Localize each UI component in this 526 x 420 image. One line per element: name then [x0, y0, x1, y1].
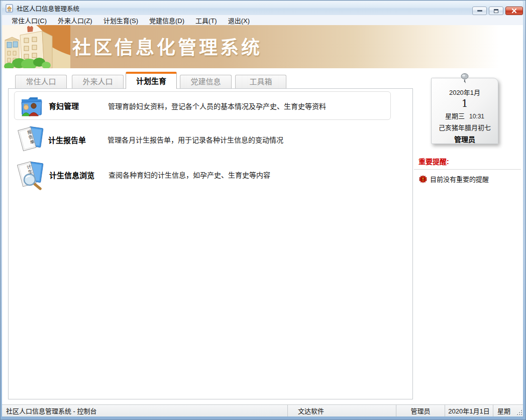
menu-item-family-planning[interactable]: 计划生育(S) — [98, 16, 144, 25]
calendar-day: 1 — [432, 97, 498, 109]
status-bar: 社区人口信息管理系统 - 控制台 文达软件 管理员 2020年1月1日 星期 — [2, 404, 523, 416]
banner-title: 社区信息化管理系统 — [72, 33, 262, 60]
minimize-icon — [477, 10, 482, 12]
tab-party[interactable]: 党建信息 — [180, 75, 232, 88]
feature-title: 计生信息浏览 — [49, 170, 109, 180]
feature-row-info-browse[interactable]: 计生 计生信息浏览 查阅各种育妇的计生信息，如孕产史、生育史等内容 — [9, 158, 391, 191]
feature-row-report-sheets[interactable]: 报告单 计生报告单 管理各月计生报告单，用于记录各种计生信息的变动情况 — [10, 124, 392, 155]
status-segment-date: 2020年1月1日 — [445, 405, 493, 416]
feature-title: 计生报告单 — [48, 134, 108, 145]
status-segment-console: 社区人口信息管理系统 - 控制台 — [2, 405, 287, 416]
calendar-lunar-date: 己亥猪年腊月初七 — [432, 122, 498, 132]
close-icon — [511, 8, 517, 14]
status-segment-vendor: 文达软件 — [287, 405, 396, 416]
tab-resident[interactable]: 常住人口 — [15, 75, 67, 88]
window-title: 社区人口信息管理系统 — [17, 4, 79, 13]
reminder-heading: 重要提醒: — [418, 156, 449, 166]
tab-family-planning[interactable]: 计划生育 — [126, 72, 177, 89]
client-area: 常住人口(C) 外来人口(Z) 计划生育(S) 党建信息(D) 工具(T) 退出… — [2, 15, 523, 404]
menu-bar: 常住人口(C) 外来人口(Z) 计划生育(S) 党建信息(D) 工具(T) 退出… — [2, 15, 523, 25]
app-window: 社区人口信息管理系统 常住人口(C) 外来人口(Z) 计划生育(S) 党建信息(… — [0, 0, 526, 420]
banner: 社区信息化管理系统 — [2, 25, 523, 68]
maximize-icon — [494, 9, 498, 13]
feature-title: 育妇管理 — [49, 100, 108, 111]
calendar-user: 管理员 — [432, 134, 498, 144]
menu-item-exit[interactable]: 退出(X) — [223, 16, 255, 25]
calendar-time: 10:31 — [469, 113, 484, 120]
reminder-message: 目前没有重要的提醒 — [430, 174, 489, 184]
menu-item-party[interactable]: 党建信息(D) — [144, 16, 190, 25]
close-button[interactable] — [505, 7, 523, 15]
calendar-weekday-time: 星期三10:31 — [432, 111, 498, 120]
sidebar: 2020年1月 1 星期三10:31 己亥猪年腊月初七 管理员 重要提醒: 目前… — [413, 72, 523, 398]
menu-item-migrant[interactable]: 外来人口(Z) — [52, 16, 98, 25]
buildings-illustration — [2, 25, 70, 68]
alert-burst-icon — [419, 175, 427, 183]
title-bar: 社区人口信息管理系统 — [2, 1, 523, 15]
main-panel: 育妇管理 管理育龄妇女资料，登记各个人员的基本情况及孕产史、生育史等资料 — [8, 88, 413, 399]
calendar-month: 2020年1月 — [432, 87, 498, 97]
report-sheet-icon: 报告单 — [16, 124, 44, 155]
menu-item-tools[interactable]: 工具(T) — [190, 16, 223, 25]
app-icon — [5, 4, 14, 13]
feature-description: 查阅各种育妇的计生信息，如孕产史、生育史等内容 — [109, 170, 391, 180]
feature-description: 管理育龄妇女资料，登记各个人员的基本情况及孕产史、生育史等资料 — [108, 101, 390, 111]
tab-toolbox[interactable]: 工具箱 — [235, 75, 286, 88]
browse-info-icon: 计生 — [15, 159, 45, 191]
calendar-note: 2020年1月 1 星期三10:31 己亥猪年腊月初七 管理员 — [431, 78, 498, 144]
minimize-button[interactable] — [472, 7, 487, 15]
women-folder-icon — [19, 93, 45, 119]
maximize-button[interactable] — [489, 7, 503, 15]
reminder-divider — [414, 169, 521, 170]
calendar-weekday: 星期三 — [445, 112, 465, 120]
push-pin-icon — [459, 72, 470, 84]
tab-migrant[interactable]: 外来人口 — [72, 75, 124, 88]
status-segment-user: 管理员 — [396, 405, 445, 416]
reminder-item: 目前没有重要的提醒 — [419, 174, 489, 184]
menu-item-resident[interactable]: 常住人口(C) — [6, 16, 52, 25]
resize-grip[interactable] — [516, 409, 522, 415]
feature-description: 管理各月计生报告单，用于记录各种计生信息的变动情况 — [108, 134, 392, 145]
feature-row-women-management[interactable]: 育妇管理 管理育龄妇女资料，登记各个人员的基本情况及孕产史、生育史等资料 — [14, 91, 391, 120]
